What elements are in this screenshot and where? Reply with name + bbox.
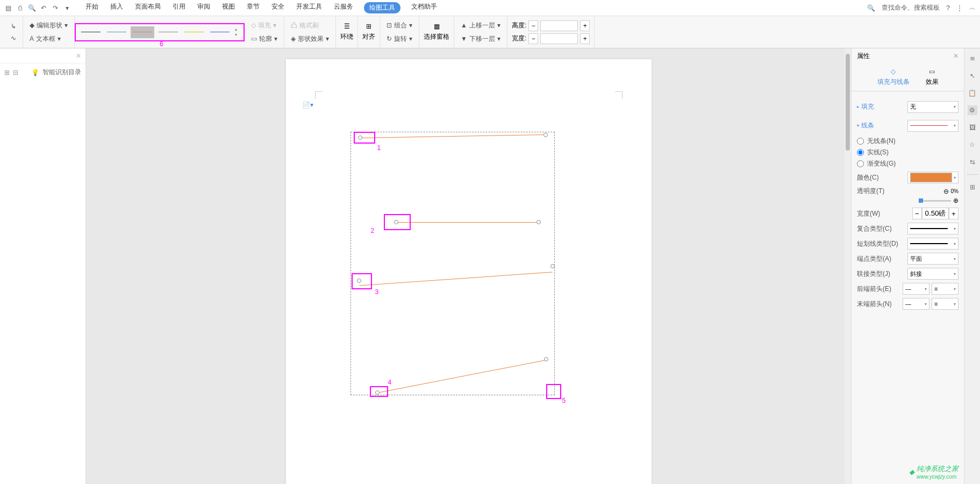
style-item-1[interactable] <box>79 26 103 38</box>
opacity-dec[interactable]: ⊖ <box>943 188 949 195</box>
join-select[interactable]: 斜接▾ <box>907 268 958 280</box>
properties-close-icon[interactable]: ✕ <box>953 52 958 60</box>
rotate-button[interactable]: ↻ 旋转 ▾ <box>384 33 414 45</box>
wrap-button[interactable]: 环绕 <box>340 32 353 41</box>
style-item-3[interactable] <box>131 26 154 38</box>
redo-icon[interactable]: ↷ <box>52 4 59 12</box>
line-shape-2[interactable] <box>396 222 539 223</box>
tab-cloud[interactable]: 云服务 <box>333 2 354 13</box>
radio-solid-line[interactable]: 实线(S) <box>857 148 958 157</box>
vertical-scrollbar[interactable] <box>845 48 851 484</box>
width-input[interactable] <box>922 208 949 219</box>
tab-insert[interactable]: 插入 <box>109 2 124 13</box>
undo-icon[interactable]: ↶ <box>40 4 47 12</box>
shape-curve-button[interactable]: ∿ <box>9 33 18 43</box>
line-handle[interactable] <box>544 357 548 361</box>
tab-fill-line[interactable]: ◇ 填充与线条 <box>877 68 910 87</box>
ribbon: ↳ ∿ ◆ 编辑形状 ▾ A 文本框 ▾ ▴▾ 6 ◇ 填充 ▾ ▭ 轮廓 ▾ … <box>0 16 980 48</box>
cap-select[interactable]: 平面▾ <box>907 253 958 265</box>
scroll-thumb[interactable] <box>846 54 850 151</box>
align-icon[interactable]: ⊞ <box>366 23 371 30</box>
more-icon[interactable]: ⋮ <box>956 4 963 12</box>
tab-review[interactable]: 审阅 <box>196 2 211 13</box>
margin-mark-tl <box>315 91 323 99</box>
fill-select[interactable]: 无▾ <box>907 101 958 113</box>
dropdown-icon[interactable]: ▾ <box>63 4 71 12</box>
tab-effect[interactable]: ▭ 效果 <box>926 68 939 87</box>
width-dec[interactable]: − <box>528 33 538 44</box>
smart-toc-label[interactable]: 智能识别目录 <box>42 68 81 77</box>
select-pane-icon[interactable]: ▦ <box>434 23 440 30</box>
edit-shape-button[interactable]: ◆ 编辑形状 ▾ <box>27 20 70 31</box>
help-icon[interactable]: ? <box>946 4 950 12</box>
text-box-button[interactable]: A 文本框 ▾ <box>27 33 70 45</box>
line-handle[interactable] <box>550 264 555 268</box>
radio-no-line[interactable]: 无线条(N) <box>857 137 958 146</box>
print-icon[interactable]: ⎙ <box>16 4 24 12</box>
rail-share-icon[interactable]: ⇆ <box>968 157 977 167</box>
radio-gradient-line[interactable]: 渐变线(G) <box>857 159 958 168</box>
shape-effect-button[interactable]: ◈ 形状效果 ▾ <box>289 33 331 45</box>
width-inc[interactable]: + <box>580 33 590 44</box>
line-handle[interactable] <box>537 220 541 224</box>
dash-select[interactable]: ▾ <box>907 238 958 250</box>
tab-doc-helper[interactable]: 文档助手 <box>410 2 438 13</box>
wrap-icon[interactable]: ☰ <box>344 23 350 30</box>
rail-gallery-icon[interactable]: 🖼 <box>968 123 977 132</box>
tab-devtools[interactable]: 开发工具 <box>295 2 323 13</box>
compound-select[interactable]: ▾ <box>907 223 958 234</box>
outline-button[interactable]: ▭ 轮廓 ▾ <box>249 33 280 45</box>
style-item-6[interactable] <box>208 26 232 38</box>
search-text[interactable]: 查找命令、搜索模板 <box>882 3 940 12</box>
tab-chapter[interactable]: 章节 <box>246 2 261 13</box>
move-down-button[interactable]: ▼ 下移一层 ▾ <box>459 33 503 45</box>
outline-expand-icon[interactable]: ⊞ <box>4 69 10 76</box>
width-dec[interactable]: − <box>912 208 922 219</box>
style-item-4[interactable] <box>156 26 180 38</box>
rail-grid-icon[interactable]: ⊞ <box>968 182 977 192</box>
opacity-inc[interactable]: ⊕ <box>953 197 958 204</box>
preview-icon[interactable]: 🔍 <box>28 4 35 12</box>
tab-drawing-tools[interactable]: 绘图工具 <box>364 2 400 13</box>
tab-start[interactable]: 开始 <box>84 2 99 13</box>
tab-view[interactable]: 视图 <box>221 2 236 13</box>
line-section-header[interactable]: ▾线条 <box>857 118 874 133</box>
rail-format-icon[interactable]: ≋ <box>968 54 977 63</box>
nav-close-icon[interactable]: ✕ <box>76 52 81 60</box>
arrow-end-type[interactable]: —▾ <box>903 298 929 310</box>
width-input[interactable] <box>540 33 578 44</box>
tab-security[interactable]: 安全 <box>270 2 285 13</box>
group-button[interactable]: ⊡ 组合 ▾ <box>384 20 414 31</box>
move-up-button[interactable]: ▲ 上移一层 ▾ <box>459 20 503 31</box>
collapse-ribbon-icon[interactable]: ︿ <box>969 3 976 12</box>
tab-page-layout[interactable]: 页面布局 <box>134 2 162 13</box>
fill-section-header[interactable]: ▸填充 <box>857 99 874 115</box>
rail-favorite-icon[interactable]: ☆ <box>968 140 977 150</box>
gallery-expand[interactable]: ▴▾ <box>235 27 241 38</box>
height-input[interactable] <box>540 20 578 31</box>
search-icon[interactable]: 🔍 <box>867 4 875 12</box>
shape-style-gallery[interactable]: ▴▾ 6 <box>75 23 245 41</box>
save-icon[interactable]: ▤ <box>4 4 12 12</box>
arrow-end-size[interactable]: ≡▾ <box>932 298 958 310</box>
opacity-slider[interactable] <box>919 200 951 202</box>
arrow-begin-type[interactable]: —▾ <box>903 283 929 295</box>
rail-clipboard-icon[interactable]: 📋 <box>968 88 977 98</box>
color-select[interactable]: ▾ <box>907 172 958 183</box>
align-button[interactable]: 对齐 <box>362 32 375 41</box>
line-style-select[interactable]: ▾ <box>907 120 958 132</box>
height-dec[interactable]: − <box>528 20 538 31</box>
tab-reference[interactable]: 引用 <box>171 2 187 13</box>
width-inc[interactable]: + <box>949 208 958 219</box>
style-item-2[interactable] <box>105 26 128 38</box>
arrow-begin-size[interactable]: ≡▾ <box>932 283 958 295</box>
line-handle[interactable] <box>543 133 548 137</box>
document-canvas[interactable]: 📄▾ 1 2 3 4 <box>86 48 851 484</box>
shape-line-button[interactable]: ↳ <box>9 22 18 31</box>
outline-collapse-icon[interactable]: ⊟ <box>13 69 18 76</box>
rail-properties-icon[interactable]: ⚙ <box>968 105 977 115</box>
select-pane-button[interactable]: 选择窗格 <box>424 32 449 41</box>
style-item-5[interactable] <box>182 26 206 38</box>
height-inc[interactable]: + <box>580 20 590 31</box>
rail-select-icon[interactable]: ↖ <box>968 71 977 81</box>
